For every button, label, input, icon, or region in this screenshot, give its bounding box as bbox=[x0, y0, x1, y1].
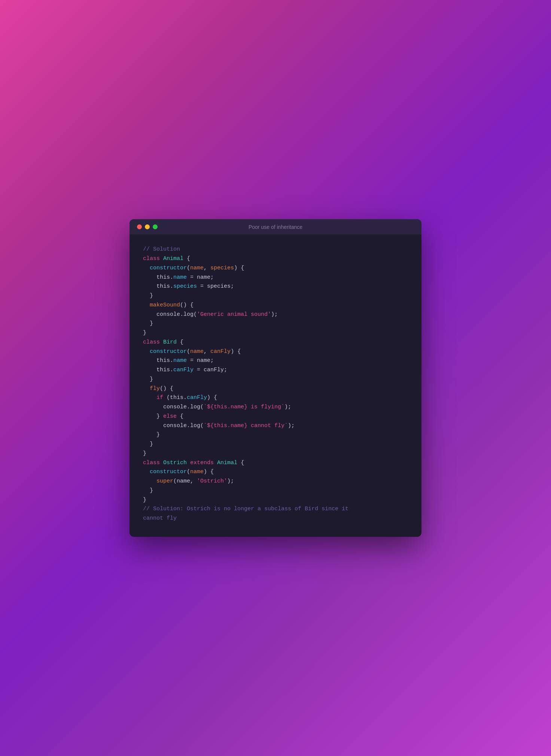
minimize-button[interactable] bbox=[145, 224, 150, 229]
code-line: console.log('Generic animal sound'); bbox=[143, 310, 408, 320]
code-line: } bbox=[143, 486, 408, 496]
window-title: Poor use of inheritance bbox=[249, 224, 302, 230]
code-line: this.name = name; bbox=[143, 273, 408, 282]
code-line: } bbox=[143, 319, 408, 329]
code-line: this.canFly = canFly; bbox=[143, 366, 408, 375]
code-window: Poor use of inheritance // Solution clas… bbox=[130, 219, 421, 537]
code-line: } bbox=[143, 291, 408, 301]
code-line: } bbox=[143, 375, 408, 384]
code-line: } else { bbox=[143, 412, 408, 421]
maximize-button[interactable] bbox=[153, 224, 158, 229]
code-line: console.log(`${this.name} is flying`); bbox=[143, 403, 408, 412]
code-line: } bbox=[143, 329, 408, 338]
titlebar: Poor use of inheritance bbox=[130, 219, 421, 235]
code-line: constructor(name) { bbox=[143, 468, 408, 477]
code-line: } bbox=[143, 440, 408, 449]
code-line: // Solution bbox=[143, 245, 408, 254]
code-line: constructor(name, species) { bbox=[143, 264, 408, 273]
code-line: fly() { bbox=[143, 384, 408, 394]
code-line: this.species = species; bbox=[143, 282, 408, 291]
code-line: super(name, 'Ostrich'); bbox=[143, 477, 408, 486]
code-line: } bbox=[143, 449, 408, 459]
code-line: constructor(name, canFly) { bbox=[143, 347, 408, 357]
code-line: if (this.canFly) { bbox=[143, 393, 408, 403]
close-button[interactable] bbox=[137, 224, 142, 229]
code-line: class Animal { bbox=[143, 254, 408, 264]
code-line: class Ostrich extends Animal { bbox=[143, 459, 408, 468]
code-line: this.name = name; bbox=[143, 356, 408, 366]
code-line: console.log(`${this.name} cannot fly`); bbox=[143, 421, 408, 431]
code-line: // Solution: Ostrich is no longer a subc… bbox=[143, 505, 408, 514]
code-line: class Bird { bbox=[143, 338, 408, 347]
code-editor: // Solution class Animal { constructor(n… bbox=[130, 235, 421, 537]
traffic-lights bbox=[137, 224, 158, 229]
code-line: } bbox=[143, 430, 408, 440]
code-line: makeSound() { bbox=[143, 301, 408, 310]
code-line: cannot fly bbox=[143, 514, 408, 523]
code-line: } bbox=[143, 496, 408, 505]
